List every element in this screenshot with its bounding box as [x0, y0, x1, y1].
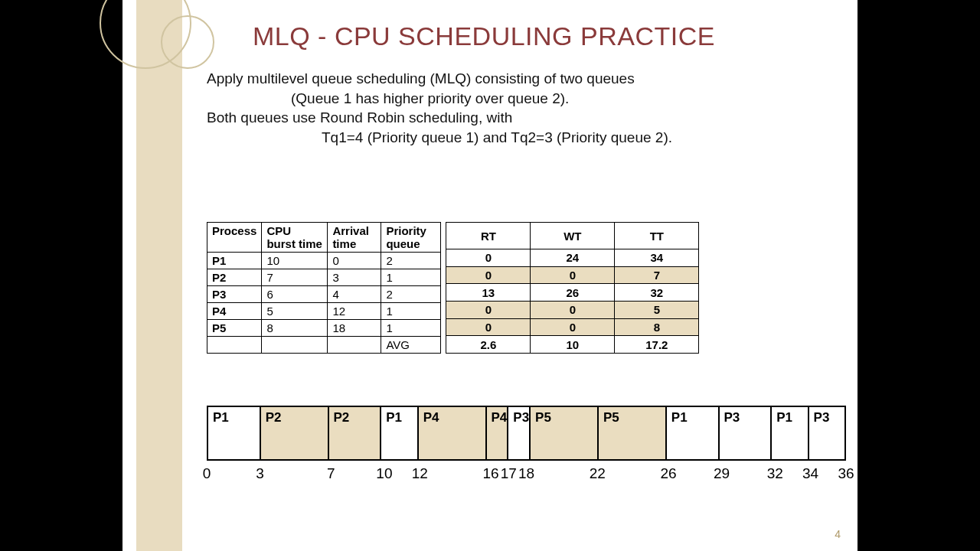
col-tt: TT — [615, 223, 699, 249]
table-row: P5 8 18 1 — [207, 320, 441, 337]
cell-burst: 5 — [262, 303, 328, 320]
cell-arrival: 18 — [328, 320, 381, 337]
table-row: P1 10 0 2 — [207, 253, 441, 269]
cell-arrival: 3 — [328, 269, 381, 286]
description: Apply multilevel queue scheduling (MLQ) … — [207, 69, 819, 148]
table-row: P4 5 12 1 — [207, 303, 441, 320]
gantt-cell: P1 — [381, 407, 418, 459]
col-burst: CPU burst time — [262, 223, 328, 253]
cell-process: P4 — [207, 303, 262, 320]
desc-line: Tq1=4 (Priority queue 1) and Tq2=3 (Prio… — [207, 128, 819, 148]
cell-arrival: 12 — [328, 303, 381, 320]
gantt-cell: P2 — [261, 407, 329, 459]
table-header-row: RT WT TT — [446, 223, 699, 249]
desc-line: (Queue 1 has higher priority over queue … — [207, 89, 819, 109]
slide-title: MLQ - CPU SCHEDULING PRACTICE — [253, 21, 715, 51]
side-band — [136, 0, 182, 551]
cell-rt: 13 — [446, 284, 531, 302]
cell-process: P5 — [207, 320, 262, 337]
cell-arrival: 4 — [328, 286, 381, 303]
cell-rt: 0 — [446, 266, 531, 284]
gantt-tick: 17 — [501, 465, 517, 482]
slide: MLQ - CPU SCHEDULING PRACTICE Apply mult… — [122, 0, 858, 551]
gantt-tick: 16 — [483, 465, 499, 482]
cell-tt: 32 — [615, 284, 699, 302]
cell-arrival: 0 — [328, 253, 381, 269]
cell-rt: 2.6 — [446, 336, 531, 354]
cell-rt: 0 — [446, 301, 531, 318]
metrics-table: RT WT TT 0 24 340 0 713 26 320 0 50 0 82… — [446, 222, 699, 354]
cell-burst: 8 — [262, 320, 328, 337]
gantt-tick: 22 — [590, 465, 606, 482]
cell-wt: 0 — [531, 318, 615, 336]
cell-priority: 1 — [381, 269, 441, 286]
col-rt: RT — [446, 223, 531, 249]
gantt-tick: 18 — [518, 465, 534, 482]
table-row: P2 7 3 1 — [207, 269, 441, 286]
gantt-tick: 26 — [660, 465, 676, 482]
table-row: 0 0 8 — [446, 318, 699, 336]
table-row: 0 0 7 — [446, 266, 699, 284]
process-table: Process CPU burst time Arrival time Prio… — [207, 222, 441, 354]
cell-priority: 2 — [381, 286, 441, 303]
gantt-cell: P1 — [208, 407, 261, 459]
cell-wt: 0 — [531, 266, 615, 284]
cell-wt: 10 — [531, 336, 615, 354]
gantt-cell: P3 — [809, 407, 844, 459]
deco-circle — [161, 15, 214, 69]
cell-process: P2 — [207, 269, 262, 286]
cell-burst: 6 — [262, 286, 328, 303]
cell-burst: 7 — [262, 269, 328, 286]
table-header-row: Process CPU burst time Arrival time Prio… — [207, 223, 441, 253]
gantt-tick: 0 — [203, 465, 211, 482]
cell-burst: 10 — [262, 253, 328, 269]
col-wt: WT — [531, 223, 615, 249]
cell-tt: 17.2 — [615, 336, 699, 354]
gantt-cell: P5 — [531, 407, 599, 459]
cell-process: P3 — [207, 286, 262, 303]
cell-priority: 1 — [381, 303, 441, 320]
gantt-cell: P5 — [599, 407, 667, 459]
cell-tt: 34 — [615, 249, 699, 267]
avg-label: AVG — [381, 337, 441, 354]
col-process: Process — [207, 223, 262, 253]
cell-wt: 0 — [531, 301, 615, 318]
avg-row: AVG — [207, 337, 441, 354]
cell-process: P1 — [207, 253, 262, 269]
tables: Process CPU burst time Arrival time Prio… — [207, 222, 699, 354]
gantt-tick: 29 — [714, 465, 730, 482]
gantt-tick: 32 — [767, 465, 783, 482]
cell-tt: 5 — [615, 301, 699, 318]
table-row: 13 26 32 — [446, 284, 699, 302]
cell-wt: 26 — [531, 284, 615, 302]
col-priority: Priority queue — [381, 223, 441, 253]
cell-tt: 8 — [615, 318, 699, 336]
cell-priority: 1 — [381, 320, 441, 337]
cell-rt: 0 — [446, 249, 531, 267]
gantt-cell: P4 — [419, 407, 487, 459]
gantt-tick: 7 — [327, 465, 335, 482]
table-row: P3 6 4 2 — [207, 286, 441, 303]
gantt-tick: 12 — [412, 465, 428, 482]
page-number: 4 — [835, 528, 841, 540]
gantt-tick: 34 — [802, 465, 818, 482]
gantt-cell: P1 — [772, 407, 808, 459]
cell-rt: 0 — [446, 318, 531, 336]
gantt-chart: P1P2P2P1P4P4P3P5P5P1P3P1P3 0371012161718… — [207, 406, 846, 484]
cell-wt: 24 — [531, 249, 615, 267]
cell-priority: 2 — [381, 253, 441, 269]
gantt-cell: P3 — [720, 407, 773, 459]
gantt-cell: P1 — [667, 407, 720, 459]
table-row: 2.6 10 17.2 — [446, 336, 699, 354]
gantt-tick: 10 — [376, 465, 392, 482]
table-row: 0 0 5 — [446, 301, 699, 318]
cell-tt: 7 — [615, 266, 699, 284]
gantt-tick: 3 — [256, 465, 264, 482]
gantt-cell: P3 — [508, 407, 531, 459]
table-row: 0 24 34 — [446, 249, 699, 267]
col-arrival: Arrival time — [328, 223, 381, 253]
gantt-tick: 36 — [838, 465, 854, 482]
desc-line: Apply multilevel queue scheduling (MLQ) … — [207, 69, 819, 89]
gantt-cell: P2 — [329, 407, 382, 459]
gantt-cell: P4 — [487, 407, 509, 459]
